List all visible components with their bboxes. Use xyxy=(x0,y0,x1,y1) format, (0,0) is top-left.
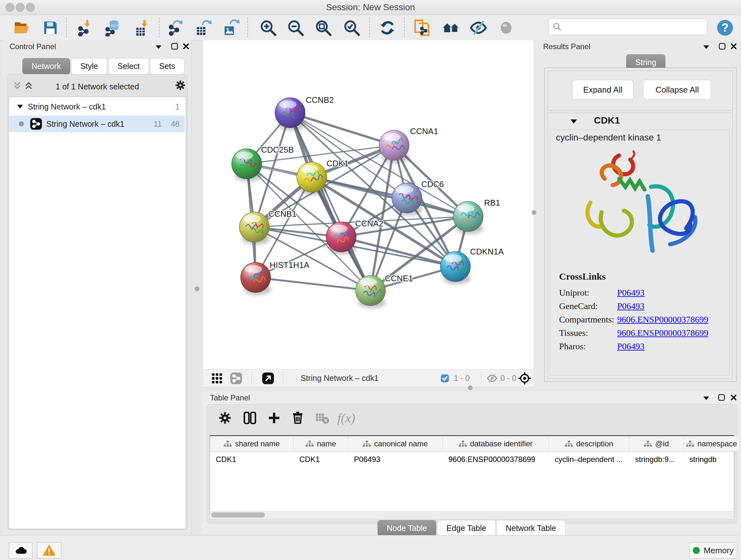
save-session-icon[interactable] xyxy=(42,19,59,37)
toolbar-separator xyxy=(481,372,482,385)
table-cell[interactable]: stringdb:9... xyxy=(629,452,684,467)
close-panel-icon[interactable] xyxy=(181,42,192,51)
eye-icon[interactable] xyxy=(497,19,515,37)
table-body[interactable]: CDK1CDK1P064939606.ENSP00000378699cyclin… xyxy=(210,452,734,467)
birdseye-crosshair-icon[interactable] xyxy=(518,372,532,385)
panel-menu-icon[interactable] xyxy=(701,42,712,52)
network-canvas[interactable]: CCNB2CCNA1CDC25BCDK1CDC6RB1CCNB1CCNA2CDK… xyxy=(203,40,534,369)
entry-collapse-icon[interactable] xyxy=(570,119,577,124)
gear-icon[interactable] xyxy=(175,79,186,92)
tab-select[interactable]: Select xyxy=(108,58,149,74)
column-header-namespace[interactable]: namespace xyxy=(684,436,740,452)
crosslink-value-link[interactable]: 9606.ENSP00000378699 xyxy=(617,314,708,325)
delete-column-icon[interactable] xyxy=(289,409,307,427)
crosslinks-title: CrossLinks xyxy=(559,271,606,282)
cdk1-entry: CDK1 cyclin–dependent kinase 1 xyxy=(548,113,733,379)
float-panel-icon[interactable] xyxy=(716,393,727,402)
crosslink-value-link[interactable]: 9606.ENSP00000378699 xyxy=(617,328,708,338)
left-splitter[interactable] xyxy=(192,40,192,535)
table-cell[interactable]: 9606.ENSP00000378699 xyxy=(443,452,549,467)
table-row[interactable]: CDK1CDK1P064939606.ENSP00000378699cyclin… xyxy=(210,452,734,467)
table-cell[interactable]: stringdb xyxy=(684,452,740,467)
grid-view-icon[interactable] xyxy=(210,372,224,385)
zoom-out-icon[interactable] xyxy=(286,19,305,37)
left-splitter-grip[interactable] xyxy=(195,287,199,291)
tab-sets[interactable]: Sets xyxy=(150,58,185,74)
tab-style[interactable]: Style xyxy=(71,58,108,74)
column-header-description[interactable]: description xyxy=(549,436,629,452)
show-columns-icon[interactable] xyxy=(241,409,259,427)
cloud-button[interactable] xyxy=(9,543,32,558)
close-panel-icon[interactable] xyxy=(728,42,739,51)
hide-graphics-details-icon[interactable] xyxy=(469,19,487,37)
column-header-database-identifier[interactable]: database identifier xyxy=(443,436,549,452)
add-column-icon[interactable] xyxy=(265,409,283,427)
import-network-database-icon[interactable] xyxy=(105,19,122,37)
float-panel-icon[interactable] xyxy=(717,42,728,51)
panel-menu-icon[interactable] xyxy=(153,42,164,52)
network-row-selected[interactable]: String Network – cdk1 11 48 xyxy=(9,116,185,132)
column-header-canonical-name[interactable]: canonical name xyxy=(348,436,443,452)
window-title: Session: New Session xyxy=(0,2,741,12)
zoom-selected-icon[interactable] xyxy=(343,19,360,37)
column-header-name[interactable]: name xyxy=(293,436,348,452)
tree-expand-icon[interactable] xyxy=(17,104,23,109)
zoom-in-icon[interactable] xyxy=(259,19,277,37)
string-network-graph[interactable]: CCNB2CCNA1CDC25BCDK1CDC6RB1CCNB1CCNA2CDK… xyxy=(203,40,534,371)
tab-network-table[interactable]: Network Table xyxy=(496,520,565,537)
warning-button[interactable] xyxy=(37,543,61,558)
tab-node-table[interactable]: Node Table xyxy=(378,520,436,537)
table-cell[interactable]: P06493 xyxy=(348,452,443,467)
search-input[interactable] xyxy=(548,18,707,35)
table-horizontal-scrollbar[interactable] xyxy=(210,511,734,519)
memory-button[interactable]: Memory xyxy=(689,543,737,558)
open-view-icon[interactable] xyxy=(261,372,275,385)
close-panel-icon[interactable] xyxy=(728,393,739,402)
export-network-icon[interactable] xyxy=(166,19,185,37)
panel-menu-icon[interactable] xyxy=(701,393,712,403)
table-cell[interactable]: CDK1 xyxy=(210,452,293,467)
scrollbar-thumb[interactable] xyxy=(211,512,265,517)
export-table-icon[interactable] xyxy=(194,19,212,37)
crosslink-row: Pharos:P06493 xyxy=(559,341,730,352)
table-header-row[interactable]: shared namenamecanonical namedatabase id… xyxy=(210,436,734,452)
selected-checkbox-icon[interactable] xyxy=(438,372,452,385)
node-table[interactable]: shared namenamecanonical namedatabase id… xyxy=(210,435,734,512)
table-cell[interactable]: cyclin–dependent ... xyxy=(549,452,629,467)
float-panel-icon[interactable] xyxy=(169,42,180,51)
column-header--id[interactable]: @id xyxy=(629,436,684,452)
network-label: String Network – cdk1 xyxy=(46,119,125,129)
crosslink-value-link[interactable]: P06493 xyxy=(617,301,645,311)
column-header-shared-name[interactable]: shared name xyxy=(210,436,293,452)
network-from-clipboard-icon[interactable] xyxy=(413,19,431,37)
collapse-all-button[interactable]: Collapse All xyxy=(643,80,711,100)
entry-description: cyclin–dependent kinase 1 xyxy=(556,132,661,143)
zoom-fit-icon[interactable] xyxy=(314,19,332,37)
help-icon[interactable]: ? xyxy=(716,19,734,37)
results-panel: Results Panel String Expand All Collapse… xyxy=(535,40,741,389)
import-network-file-icon[interactable] xyxy=(77,19,94,37)
node-count: 11 xyxy=(153,119,162,129)
crosslink-value-link[interactable]: P06493 xyxy=(617,341,645,352)
tab-network[interactable]: Network xyxy=(22,58,70,74)
network-view-title: String Network – cdk1 xyxy=(300,374,379,383)
tab-edge-table[interactable]: Edge Table xyxy=(437,520,495,537)
crosslink-value-link[interactable]: P06493 xyxy=(617,288,645,298)
table-gear-icon[interactable] xyxy=(216,409,234,427)
search-icon xyxy=(552,22,562,32)
houses-icon[interactable] xyxy=(442,19,460,37)
network-collection-row[interactable]: String Network – cdk1 1 xyxy=(9,98,185,115)
table-panel-title: Table Panel xyxy=(210,393,250,402)
table-tabs: Node TableEdge TableNetwork Table xyxy=(378,520,566,537)
expand-all-button[interactable]: Expand All xyxy=(572,80,633,100)
import-table-icon[interactable] xyxy=(134,19,151,37)
network-tree: String Network – cdk1 1 String Network –… xyxy=(9,97,186,529)
crosslink-row: Uniprot:P06493 xyxy=(559,288,730,298)
open-session-icon[interactable] xyxy=(13,19,30,37)
table-cell[interactable]: CDK1 xyxy=(293,452,348,467)
export-image-icon[interactable] xyxy=(222,19,240,37)
bottom-splitter-grip[interactable] xyxy=(468,385,473,390)
right-splitter-grip[interactable] xyxy=(532,210,536,215)
string-view-icon[interactable] xyxy=(229,372,243,385)
refresh-layout-icon[interactable] xyxy=(379,19,396,37)
